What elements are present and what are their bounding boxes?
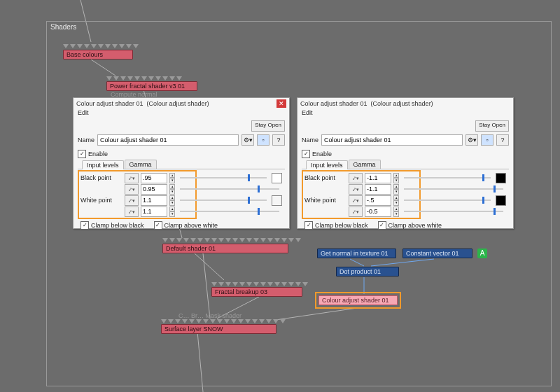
white-point-slider-1[interactable] <box>180 200 267 201</box>
clamp-above-label: Clamp above white <box>388 222 442 229</box>
black-point-slider-2[interactable] <box>180 188 279 190</box>
clamp-below-label: Clamp below black <box>315 222 368 229</box>
clamp-below-checkbox[interactable] <box>304 221 313 230</box>
node-label: Default shader 01 <box>166 245 216 252</box>
name-input[interactable] <box>321 134 463 146</box>
node-dot-product[interactable]: Dot product 01 <box>336 267 399 276</box>
panel-title-type: (Colour adjust shader) <box>371 100 433 107</box>
node-label: Base colours <box>66 51 103 58</box>
black-point-swatch[interactable] <box>272 173 282 183</box>
node-surface-layer[interactable]: Surface layer SNOW <box>161 324 276 334</box>
help-icon[interactable]: ? <box>496 134 509 146</box>
clamp-below-checkbox[interactable] <box>80 221 89 230</box>
enable-label: Enable <box>88 150 108 158</box>
clamp-below-label: Clamp below black <box>91 222 144 229</box>
highlight-colour-adjust-node <box>315 292 401 309</box>
node-label: Constant vector 01 <box>406 250 459 257</box>
white-point-slider-1[interactable] <box>404 200 491 201</box>
white-point-swatch[interactable] <box>272 195 282 206</box>
clamp-above-checkbox[interactable] <box>154 221 162 230</box>
name-input[interactable] <box>97 134 239 146</box>
node-label: Power fractal shader v3 01 <box>110 83 185 90</box>
stay-open-button[interactable]: Stay Open <box>251 120 285 132</box>
help-icon[interactable]: ? <box>272 134 285 146</box>
node-base-colours[interactable]: Base colours <box>63 50 133 59</box>
port-label-mask-shader: C… Br… Mask shader <box>178 312 241 319</box>
node-label: Get normal in texture 01 <box>321 250 388 257</box>
highlight-levels-left <box>78 170 197 219</box>
menu-edit[interactable]: Edit <box>302 109 313 116</box>
node-fractal-breakup[interactable]: Fractal breakup 03 <box>211 287 302 297</box>
panel-title-name: Colour adjust shader 01 <box>76 100 144 107</box>
name-label: Name <box>78 136 94 144</box>
clamp-above-checkbox[interactable] <box>378 221 386 230</box>
node-default-shader[interactable]: Default shader 01 <box>162 244 288 253</box>
stay-open-button[interactable]: Stay Open <box>475 120 509 132</box>
black-point-slider-1[interactable] <box>404 177 491 178</box>
tab-gamma[interactable]: Gamma <box>349 160 381 169</box>
white-point-slider-2[interactable] <box>180 211 279 212</box>
black-point-swatch[interactable] <box>496 173 506 183</box>
gear-icon[interactable]: ⚙▾ <box>465 134 478 146</box>
enable-checkbox[interactable] <box>302 150 310 158</box>
tab-input-levels[interactable]: Input levels <box>306 160 348 169</box>
node-label: Surface layer SNOW <box>164 326 223 332</box>
node-graph-canvas[interactable]: Shaders Base colours Power fractal shade… <box>0 0 560 392</box>
enable-checkbox[interactable] <box>78 150 86 158</box>
doc-icon[interactable]: ▫ <box>481 134 493 146</box>
node-label: Dot product 01 <box>340 268 381 275</box>
doc-icon[interactable]: ▫ <box>257 134 270 146</box>
white-point-slider-2[interactable] <box>404 211 503 212</box>
node-power-fractal[interactable]: Power fractal shader v3 01 <box>106 81 197 91</box>
tab-gamma[interactable]: Gamma <box>125 160 157 169</box>
panel-title-type: (Colour adjust shader) <box>147 100 209 107</box>
node-get-normal[interactable]: Get normal in texture 01 <box>317 248 396 258</box>
black-point-slider-2[interactable] <box>404 188 503 190</box>
close-icon[interactable]: ✕ <box>276 99 286 108</box>
marker-a[interactable]: A <box>477 248 487 258</box>
enable-label: Enable <box>312 150 332 158</box>
node-label: Fractal breakup 03 <box>215 288 267 295</box>
highlight-levels-right <box>302 170 421 219</box>
black-point-slider-1[interactable] <box>180 177 267 178</box>
panel-colour-adjust-right[interactable]: Colour adjust shader 01 (Colour adjust s… <box>297 97 514 229</box>
menu-edit[interactable]: Edit <box>78 109 89 116</box>
panel-title-name: Colour adjust shader 01 <box>300 100 368 107</box>
gear-icon[interactable]: ⚙▾ <box>241 134 254 146</box>
node-constant-vector[interactable]: Constant vector 01 <box>402 248 472 258</box>
tab-input-levels[interactable]: Input levels <box>82 160 124 169</box>
panel-colour-adjust-left[interactable]: Colour adjust shader 01 (Colour adjust s… <box>73 97 290 229</box>
name-label: Name <box>302 136 318 144</box>
clamp-above-label: Clamp above white <box>164 222 218 229</box>
white-point-swatch[interactable] <box>496 195 506 206</box>
shaders-group-label: Shaders <box>50 23 76 31</box>
